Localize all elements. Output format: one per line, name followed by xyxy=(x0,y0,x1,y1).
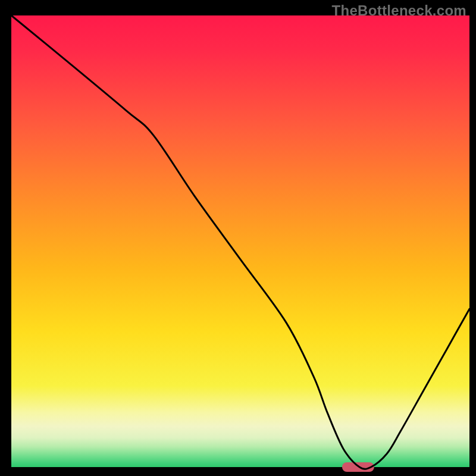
chart-frame: TheBottleneck.com xyxy=(0,0,476,476)
bottleneck-chart xyxy=(0,0,476,476)
watermark-text: TheBottleneck.com xyxy=(332,2,466,19)
plot-background xyxy=(11,15,469,467)
